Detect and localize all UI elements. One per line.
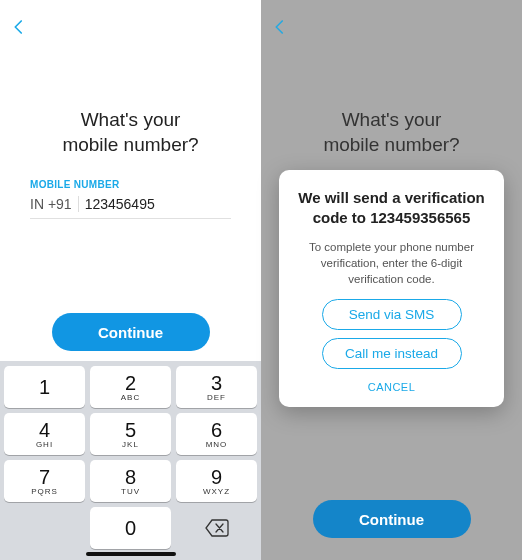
- title-line-2: mobile number?: [261, 133, 522, 158]
- send-sms-button[interactable]: Send via SMS: [322, 299, 462, 330]
- phone-input[interactable]: [85, 196, 260, 212]
- key-1[interactable]: 1: [4, 366, 85, 408]
- key-backspace[interactable]: [176, 507, 257, 549]
- cancel-button[interactable]: CANCEL: [295, 381, 488, 393]
- key-7[interactable]: 7PQRS: [4, 460, 85, 502]
- backspace-icon: [205, 519, 229, 537]
- key-blank: [4, 507, 85, 549]
- phone-field-label: MOBILE NUMBER: [30, 179, 231, 190]
- phone-field-block: MOBILE NUMBER IN +91: [0, 179, 261, 219]
- title-line-1: What's your: [0, 108, 261, 133]
- verification-modal: We will send a verification code to 1234…: [279, 170, 504, 407]
- key-3[interactable]: 3DEF: [176, 366, 257, 408]
- modal-body-text: To complete your phone number verificati…: [295, 239, 488, 287]
- chevron-left-icon: [10, 18, 28, 36]
- key-6[interactable]: 6MNO: [176, 413, 257, 455]
- continue-button[interactable]: Continue: [313, 500, 471, 538]
- verification-modal-screen: What's your mobile number? We will send …: [261, 0, 522, 560]
- phone-field-row[interactable]: IN +91: [30, 192, 231, 219]
- call-me-button[interactable]: Call me instead: [322, 338, 462, 369]
- country-code-selector[interactable]: IN +91: [30, 196, 79, 212]
- key-4[interactable]: 4GHI: [4, 413, 85, 455]
- key-0[interactable]: 0: [90, 507, 171, 549]
- home-indicator: [86, 552, 176, 556]
- key-2[interactable]: 2ABC: [90, 366, 171, 408]
- back-button[interactable]: [10, 18, 34, 42]
- key-5[interactable]: 5JKL: [90, 413, 171, 455]
- continue-button[interactable]: Continue: [52, 313, 210, 351]
- title-line-1: What's your: [261, 108, 522, 133]
- numeric-keypad: 1 2ABC 3DEF 4GHI 5JKL 6MNO 7PQRS 8TUV 9W…: [0, 361, 261, 560]
- back-button[interactable]: [271, 18, 295, 42]
- page-title: What's your mobile number?: [261, 108, 522, 157]
- chevron-left-icon: [271, 18, 289, 36]
- modal-title: We will send a verification code to 1234…: [295, 188, 488, 229]
- page-title: What's your mobile number?: [0, 108, 261, 157]
- title-line-2: mobile number?: [0, 133, 261, 158]
- phone-entry-screen: What's your mobile number? MOBILE NUMBER…: [0, 0, 261, 560]
- key-9[interactable]: 9WXYZ: [176, 460, 257, 502]
- key-8[interactable]: 8TUV: [90, 460, 171, 502]
